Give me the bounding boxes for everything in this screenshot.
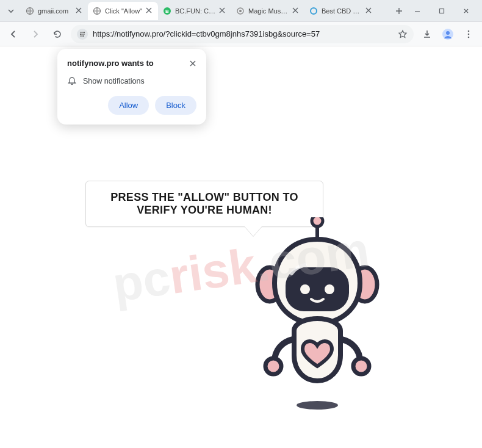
svg-point-6 <box>311 8 317 14</box>
maximize-button[interactable] <box>431 2 453 20</box>
page-content: pcrisk.com notifynow.pro wants to Show n… <box>0 46 482 448</box>
browser-tab[interactable]: Best CBD Gumm <box>304 2 378 20</box>
bell-icon <box>67 76 77 86</box>
close-tab-icon[interactable] <box>76 7 83 15</box>
svg-point-15 <box>468 36 470 38</box>
new-tab-button[interactable] <box>392 4 406 18</box>
bookmark-star-icon[interactable] <box>398 29 408 39</box>
svg-rect-20 <box>286 267 349 311</box>
permission-origin: notifynow.pro wants to <box>67 59 154 68</box>
bubble-text: PRESS THE "ALLOW" BUTTON TO VERIFY YOU'R… <box>97 191 312 217</box>
browser-tab[interactable]: Click "Allow" <box>88 2 158 20</box>
tab-title: gmaii.com <box>38 7 72 15</box>
permission-capability: Show notifications <box>83 77 145 85</box>
close-tab-icon[interactable] <box>292 7 300 15</box>
svg-point-12 <box>446 31 450 35</box>
tab-title: Magic Mushroo <box>248 7 289 15</box>
close-icon[interactable] <box>189 60 196 67</box>
browser-titlebar: gmaii.comClick "Allow"BBC.FUN: CryptoMag… <box>0 0 482 22</box>
svg-point-22 <box>325 284 334 294</box>
minimize-button[interactable] <box>406 2 428 20</box>
tab-favicon-icon <box>236 7 245 15</box>
close-tab-icon[interactable] <box>365 7 373 15</box>
tab-search-button[interactable] <box>5 7 17 15</box>
tab-title: BC.FUN: Crypto <box>175 7 215 15</box>
profile-avatar[interactable] <box>439 26 456 43</box>
downloads-button[interactable] <box>419 26 436 43</box>
close-window-button[interactable] <box>455 2 477 20</box>
url-text: https://notifynow.pro/?clickid=ctbv0gm8j… <box>93 29 393 38</box>
svg-text:B: B <box>165 9 169 14</box>
svg-point-24 <box>353 358 369 374</box>
svg-point-9 <box>80 34 81 35</box>
tab-title: Best CBD Gumm <box>322 7 362 15</box>
back-button[interactable] <box>5 26 22 43</box>
tab-favicon-icon <box>93 7 101 15</box>
svg-point-14 <box>468 33 470 35</box>
svg-point-8 <box>84 32 85 33</box>
block-button[interactable]: Block <box>155 96 196 115</box>
chrome-menu-button[interactable] <box>460 26 477 43</box>
forward-button[interactable] <box>27 26 44 43</box>
close-tab-icon[interactable] <box>219 7 226 15</box>
svg-point-13 <box>468 30 470 32</box>
browser-tab[interactable]: gmaii.com <box>21 2 88 20</box>
tab-favicon-icon <box>26 7 34 15</box>
tab-favicon-icon <box>309 7 318 15</box>
browser-tab[interactable]: BBC.FUN: Crypto <box>158 2 231 20</box>
allow-button[interactable]: Allow <box>108 96 149 115</box>
svg-point-21 <box>300 284 310 294</box>
browser-tab[interactable]: Magic Mushroo <box>231 2 304 20</box>
tab-strip: gmaii.comClick "Allow"BBC.FUN: CryptoMag… <box>21 2 389 20</box>
svg-point-23 <box>265 358 281 374</box>
svg-rect-7 <box>440 9 444 13</box>
svg-point-10 <box>83 35 84 37</box>
robot-image <box>238 217 397 425</box>
address-bar[interactable]: https://notifynow.pro/?clickid=ctbv0gm8j… <box>71 25 414 43</box>
window-controls <box>406 2 477 20</box>
close-tab-icon[interactable] <box>146 7 153 15</box>
reload-button[interactable] <box>49 26 66 43</box>
tab-title: Click "Allow" <box>105 7 142 15</box>
browser-toolbar: https://notifynow.pro/?clickid=ctbv0gm8j… <box>0 22 482 46</box>
svg-point-17 <box>312 217 323 226</box>
site-settings-icon[interactable] <box>77 29 88 40</box>
tab-favicon-icon: B <box>163 7 171 15</box>
svg-point-5 <box>239 10 242 12</box>
notification-permission-prompt: notifynow.pro wants to Show notification… <box>57 49 206 125</box>
svg-point-25 <box>297 401 338 410</box>
